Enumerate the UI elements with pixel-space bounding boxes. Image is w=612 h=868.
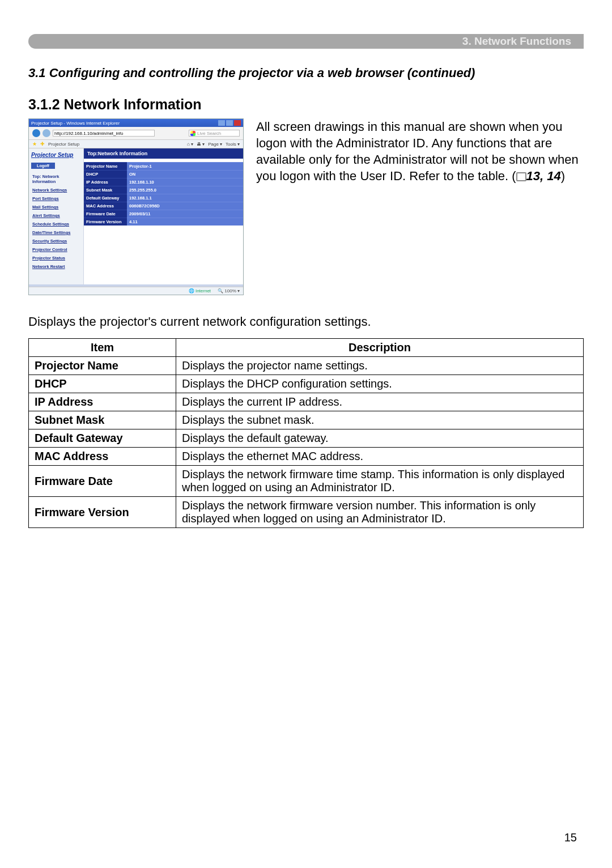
panel-title: Top:Network Information: [84, 148, 243, 159]
manual-page: 3. Network Functions 3.1 Configuring and…: [0, 0, 612, 868]
kv-val: 4.11: [127, 218, 243, 225]
kv-row: Projector NameProjector-1: [84, 162, 243, 170]
status-zoom: 🔍 100% ▾: [218, 288, 240, 293]
subsection-title: 3.1.2 Network Information: [28, 96, 584, 113]
logoff-button[interactable]: Logoff: [31, 163, 55, 169]
kv-row: Firmware Version4.11: [84, 218, 243, 225]
kv-val: 2009/03/11: [127, 210, 243, 218]
search-placeholder: Live Search: [197, 131, 221, 136]
minimize-icon: [218, 120, 225, 126]
window-titlebar: Projector Setup - Windows Internet Explo…: [29, 119, 243, 127]
cell-desc: Displays the DHCP configuration settings…: [176, 375, 584, 393]
cell-desc: Displays the projector name settings.: [176, 357, 584, 375]
sidebar-item[interactable]: Schedule Settings: [31, 220, 81, 228]
cell-item: DHCP: [29, 375, 176, 393]
sidebar-item[interactable]: Network Restart: [31, 262, 81, 271]
tab-row: ★ ✚ Projector Setup ⌂ ▾ 🖶 ▾ Page ▾ Tools…: [29, 140, 243, 148]
forward-icon: [42, 129, 50, 137]
info-table: Item Description Projector NameDisplays …: [28, 338, 584, 528]
sidebar-item[interactable]: Security Settings: [31, 237, 81, 245]
th-desc: Description: [176, 339, 584, 357]
address-input[interactable]: [53, 130, 155, 137]
chapter-title: 3. Network Functions: [462, 35, 571, 48]
kv-row: Subnet Mask255.255.255.0: [84, 186, 243, 194]
home-icon: ⌂ ▾: [187, 142, 193, 147]
kv-val: 0060B72C956D: [127, 202, 243, 210]
table-row: Firmware VersionDisplays the network fir…: [29, 497, 584, 528]
print-icon: 🖶 ▾: [197, 142, 205, 147]
kv-key: IP Address: [84, 178, 127, 186]
cell-item: Firmware Version: [29, 497, 176, 528]
cell-desc: Displays the ethernet MAC address.: [176, 448, 584, 466]
sidebar-item[interactable]: Projector Control: [31, 245, 81, 254]
page-menu: Page ▾: [208, 142, 222, 147]
table-row: Firmware DateDisplays the network firmwa…: [29, 466, 584, 497]
address-bar-row: Live Search: [29, 127, 243, 140]
intro-paragraph: All screen drawings in this manual are s…: [256, 118, 584, 184]
embedded-screenshot: Projector Setup - Windows Internet Explo…: [28, 118, 244, 295]
screenshot-body: Projector Setup Logoff Top: Network Info…: [29, 148, 243, 284]
screenshot-sidebar: Projector Setup Logoff Top: Network Info…: [29, 148, 83, 284]
lead-sentence: Displays the projector's current network…: [28, 314, 584, 329]
kv-row: DHCPON: [84, 170, 243, 178]
table-row: DHCPDisplays the DHCP configuration sett…: [29, 375, 584, 393]
kv-key: Projector Name: [84, 162, 127, 170]
kv-row: MAC Address0060B72C956D: [84, 202, 243, 210]
sidebar-item[interactable]: Alert Settings: [31, 211, 81, 220]
tools-menu: Tools ▾: [226, 142, 240, 147]
add-favorite-icon: ✚: [40, 141, 45, 147]
status-internet: 🌐 Internet: [189, 288, 211, 293]
cell-item: IP Address: [29, 393, 176, 411]
cell-desc: Displays the current IP address.: [176, 393, 584, 411]
kv-key: Default Gateway: [84, 194, 127, 202]
intro-text-2: ): [561, 169, 565, 183]
sidebar-item[interactable]: Mail Settings: [31, 203, 81, 211]
th-item: Item: [29, 339, 176, 357]
book-icon: [516, 172, 526, 181]
kv-key: MAC Address: [84, 202, 127, 210]
kv-val: 255.255.255.0: [127, 186, 243, 194]
cell-item: Subnet Mask: [29, 411, 176, 429]
sidebar-brand: Projector Setup: [31, 151, 81, 161]
table-row: Subnet MaskDisplays the subnet mask.: [29, 411, 584, 429]
intro-row: Projector Setup - Windows Internet Explo…: [28, 118, 584, 295]
screenshot-main-panel: Top:Network Information Projector NamePr…: [83, 148, 243, 284]
search-box[interactable]: Live Search: [189, 130, 240, 137]
sidebar-item[interactable]: Projector Status: [31, 254, 81, 262]
kv-val: Projector-1: [127, 162, 243, 170]
table-row: Default GatewayDisplays the default gate…: [29, 429, 584, 448]
kv-row: IP Address192.168.1.10: [84, 178, 243, 186]
kv-val: 192.168.1.10: [127, 178, 243, 186]
table-row: Projector NameDisplays the projector nam…: [29, 357, 584, 375]
cell-desc: Displays the network firmware time stamp…: [176, 466, 584, 497]
window-title-text: Projector Setup - Windows Internet Explo…: [31, 121, 120, 126]
kv-row: Firmware Date2009/03/11: [84, 210, 243, 218]
window-buttons: [218, 120, 241, 126]
cell-item: Projector Name: [29, 357, 176, 375]
table-row: IP AddressDisplays the current IP addres…: [29, 393, 584, 411]
cell-item: MAC Address: [29, 448, 176, 466]
kv-key: DHCP: [84, 170, 127, 178]
sidebar-item[interactable]: Date/Time Settings: [31, 228, 81, 237]
cell-item: Firmware Date: [29, 466, 176, 497]
kv-key: Firmware Version: [84, 218, 127, 225]
chapter-header-bar: 3. Network Functions: [28, 34, 584, 49]
page-number: 15: [564, 831, 577, 844]
sidebar-item[interactable]: Top: Network Information: [31, 172, 81, 186]
cell-desc: Displays the subnet mask.: [176, 411, 584, 429]
kv-row: Default Gateway192.168.1.1: [84, 194, 243, 202]
table-header-row: Item Description: [29, 339, 584, 357]
favorites-icon: ★: [32, 141, 37, 147]
page-reference: 13, 14: [526, 169, 561, 183]
kv-val: 192.168.1.1: [127, 194, 243, 202]
cell-desc: Displays the default gateway.: [176, 429, 584, 448]
maximize-icon: [226, 120, 233, 126]
cell-item: Default Gateway: [29, 429, 176, 448]
table-row: MAC AddressDisplays the ethernet MAC add…: [29, 448, 584, 466]
section-title: 3.1 Configuring and controlling the proj…: [28, 66, 584, 80]
back-icon: [32, 129, 40, 137]
browser-tab[interactable]: Projector Setup: [48, 142, 79, 147]
sidebar-item[interactable]: Port Settings: [31, 194, 81, 203]
sidebar-item[interactable]: Network Settings: [31, 186, 81, 194]
kv-key: Subnet Mask: [84, 186, 127, 194]
